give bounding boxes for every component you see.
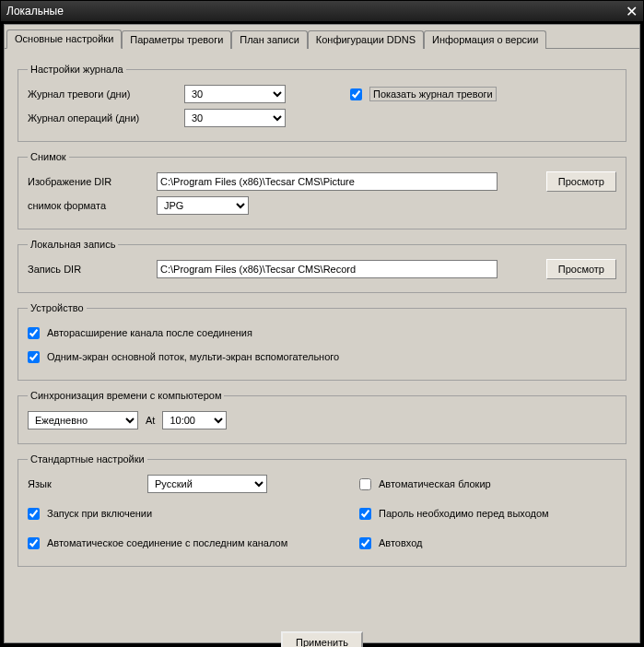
tab-content: Настройки журнала Журнал тревоги (дни) 3… [5, 49, 639, 647]
label-language: Язык [28, 478, 147, 489]
checkbox-auto-connect[interactable]: Автоматическое соединение с последним ка… [28, 537, 359, 549]
checkbox-startup-input[interactable] [28, 508, 40, 520]
label-auto-login: Автовход [379, 537, 423, 548]
checkbox-stream-mode-input[interactable] [28, 351, 40, 363]
checkbox-auto-connect-input[interactable] [28, 537, 40, 549]
tab-ddns[interactable]: Конфигурации DDNS [308, 30, 424, 49]
checkbox-stream-mode[interactable]: Одним-экран основной поток, мульти-экран… [28, 351, 339, 363]
legend-snapshot: Снимок [28, 151, 69, 162]
checkbox-auto-expand[interactable]: Авторасширение канала после соединения [28, 327, 252, 339]
tab-record-plan[interactable]: План записи [231, 30, 307, 49]
checkbox-password-on-exit-input[interactable] [359, 508, 371, 520]
select-alarm-log-days[interactable]: 30 [184, 85, 286, 103]
group-log-settings: Настройки журнала Журнал тревоги (дни) 3… [18, 64, 626, 142]
select-language[interactable]: Русский [147, 475, 267, 493]
checkbox-show-alarm-log-input[interactable] [350, 88, 362, 100]
label-op-log-days: Журнал операций (дни) [28, 112, 184, 124]
checkbox-auto-expand-input[interactable] [28, 327, 40, 339]
label-password-on-exit: Пароль необходимо перед выходом [379, 508, 549, 519]
legend-local-record: Локальная запись [28, 239, 118, 250]
label-snapshot-format: снимок формата [28, 200, 157, 211]
label-show-alarm-log: Показать журнал тревоги [369, 87, 497, 101]
label-alarm-log-days: Журнал тревоги (дни) [28, 88, 184, 100]
select-op-log-days[interactable]: 30 [184, 109, 286, 127]
checkbox-auto-lock[interactable]: Автоматическая блокир [359, 478, 491, 490]
browse-snapshot-button[interactable]: Просмотр [546, 171, 616, 192]
browse-record-button[interactable]: Просмотр [546, 259, 616, 279]
titlebar: Локальные ✕ [1, 1, 643, 21]
tab-strip: Основные настройки Параметры тревоги Пла… [5, 25, 639, 48]
settings-window: Локальные ✕ Основные настройки Параметры… [0, 0, 644, 647]
label-at: At [146, 415, 155, 426]
legend-log-settings: Настройки журнала [28, 64, 126, 75]
select-sync-frequency[interactable]: Ежедневно [28, 411, 138, 429]
label-auto-lock: Автоматическая блокир [379, 478, 491, 489]
legend-defaults: Стандартные настройки [28, 453, 147, 465]
main-panel: Основные настройки Параметры тревоги Пла… [4, 24, 640, 643]
label-snapshot-dir: Изображение DIR [28, 176, 157, 187]
input-snapshot-dir[interactable] [157, 172, 498, 191]
tab-alarm[interactable]: Параметры тревоги [122, 30, 231, 49]
checkbox-auto-login[interactable]: Автовход [359, 537, 423, 549]
group-defaults: Стандартные настройки Язык Русский Автом… [18, 453, 626, 567]
label-record-dir: Запись DIR [28, 264, 157, 275]
label-auto-connect: Автоматическое соединение с последним ка… [47, 537, 287, 548]
group-snapshot: Снимок Изображение DIR Просмотр снимок ф… [18, 151, 626, 229]
tab-version[interactable]: Информация о версии [424, 30, 546, 49]
select-snapshot-format[interactable]: JPG [157, 196, 249, 215]
group-time-sync: Синхронизация времени с компьютером Ежед… [18, 390, 626, 444]
checkbox-startup[interactable]: Запуск при включении [28, 508, 359, 520]
tab-general[interactable]: Основные настройки [6, 29, 122, 49]
label-startup: Запуск при включении [47, 508, 152, 519]
checkbox-auto-login-input[interactable] [359, 537, 371, 549]
label-stream-mode: Одним-экран основной поток, мульти-экран… [47, 351, 339, 362]
window-title: Локальные [6, 5, 64, 18]
legend-time-sync: Синхронизация времени с компьютером [28, 390, 224, 401]
checkbox-auto-lock-input[interactable] [359, 478, 371, 490]
group-local-record: Локальная запись Запись DIR Просмотр [18, 239, 626, 293]
checkbox-password-on-exit[interactable]: Пароль необходимо перед выходом [359, 508, 549, 520]
select-sync-time[interactable]: 10:00 [162, 411, 227, 429]
input-record-dir[interactable] [157, 260, 498, 278]
close-icon[interactable]: ✕ [626, 3, 638, 20]
group-device: Устройство Авторасширение канала после с… [18, 302, 626, 381]
label-auto-expand: Авторасширение канала после соединения [47, 327, 252, 338]
window-body: Основные настройки Параметры тревоги Пла… [1, 21, 643, 646]
apply-button[interactable]: Применить [281, 631, 363, 647]
legend-device: Устройство [28, 302, 87, 313]
checkbox-show-alarm-log[interactable]: Показать журнал тревоги [350, 87, 497, 101]
